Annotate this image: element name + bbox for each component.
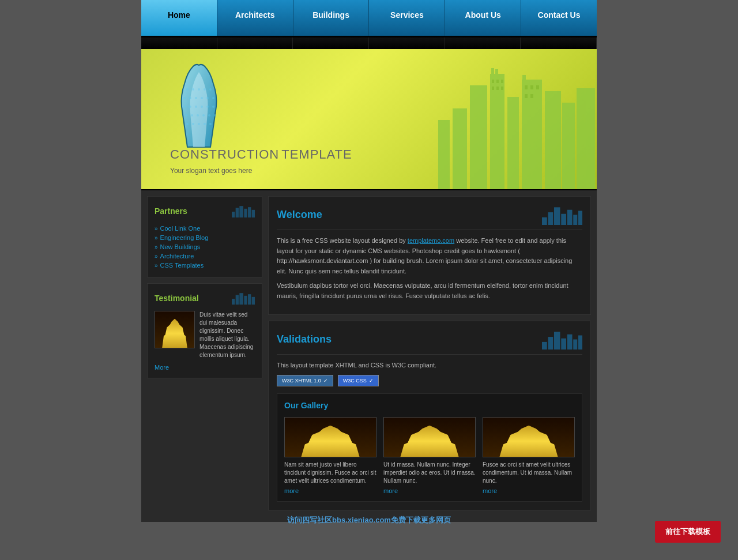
nav-services[interactable]: Services (369, 0, 445, 36)
gallery-item-3: Fusce ac orci sit amet velit ultrices co… (483, 417, 575, 494)
nav-about[interactable]: About Us (445, 0, 521, 36)
w3c-badges: W3C XHTML 1.0 ✓ W3C CSS ✓ (277, 375, 582, 386)
gallery-section: Our Gallery Nam sit amet justo vel liber… (277, 393, 582, 502)
gallery-thumb-2 (383, 417, 476, 457)
svg-point-1 (192, 88, 194, 91)
gallery-caption-1: Nam sit amet justo vel libero tincidunt … (284, 461, 376, 485)
svg-rect-76 (578, 335, 582, 349)
templatemo-link[interactable]: templatemo.com (408, 237, 454, 244)
svg-rect-36 (438, 120, 450, 189)
gallery-thumb-1 (284, 417, 376, 457)
w3c-css-badge: W3C CSS ✓ (338, 375, 379, 386)
svg-point-10 (212, 97, 214, 99)
welcome-title: Welcome (277, 209, 542, 221)
main-content: Welcome This is a f (268, 196, 591, 516)
nav-home[interactable]: Home (141, 0, 217, 36)
partner-link-3[interactable]: New Buildings (155, 242, 255, 251)
svg-point-21 (208, 114, 210, 116)
svg-rect-29 (490, 74, 504, 189)
w3c-xhtml-label: W3C XHTML 1.0 (282, 378, 321, 384)
svg-rect-52 (236, 208, 239, 218)
svg-rect-44 (496, 87, 499, 90)
brand-logo (164, 61, 239, 153)
svg-rect-40 (492, 80, 494, 83)
partner-link-2[interactable]: Engineering Blog (155, 233, 255, 242)
welcome-city-icon (542, 205, 582, 225)
gallery-thumb-3 (483, 417, 575, 457)
partner-link-1[interactable]: Cool Link One (155, 224, 255, 233)
content-area: Partners Cool Link One E (141, 190, 597, 522)
svg-rect-59 (239, 293, 243, 305)
validations-section: Validations This layout templa (268, 321, 591, 511)
gallery-more-1[interactable]: more (284, 487, 376, 494)
svg-rect-46 (525, 85, 528, 89)
welcome-section: Welcome This is a f (268, 196, 591, 315)
svg-rect-75 (573, 339, 577, 349)
partner-link-5[interactable]: CSS Templates (155, 261, 255, 270)
city-silhouette (355, 62, 597, 189)
welcome-header: Welcome (277, 205, 582, 230)
gallery-item-1: Nam sit amet justo vel libero tincidunt … (284, 417, 376, 494)
svg-rect-64 (548, 212, 554, 225)
svg-point-6 (189, 97, 191, 99)
svg-rect-45 (501, 87, 503, 90)
testimonial-box: Testimonial (147, 283, 262, 378)
checkmark-icon: ✓ (323, 378, 328, 384)
svg-rect-51 (232, 212, 235, 217)
w3c-xhtml-badge: W3C XHTML 1.0 ✓ (277, 375, 333, 386)
svg-rect-69 (578, 211, 582, 225)
svg-point-3 (204, 88, 206, 91)
gallery-more-2[interactable]: more (383, 487, 476, 494)
testimonial-title: Testimonial (155, 291, 255, 305)
svg-rect-58 (236, 295, 239, 305)
svg-point-19 (197, 114, 199, 116)
svg-rect-74 (567, 334, 573, 349)
download-button[interactable]: 前往下载模板 (655, 521, 721, 522)
svg-rect-49 (525, 94, 528, 98)
svg-point-0 (186, 88, 189, 91)
svg-point-8 (201, 97, 203, 99)
nav-contact[interactable]: Contact Us (521, 0, 597, 36)
svg-rect-37 (491, 68, 494, 77)
svg-rect-42 (501, 80, 503, 83)
w3c-css-label: W3C CSS (343, 378, 367, 384)
banner-headline: CONSTRUCTIONTEMPLATE (170, 142, 352, 163)
gallery-caption-3: Fusce ac orci sit amet velit ultrices co… (483, 461, 575, 485)
svg-point-13 (195, 106, 197, 108)
testimonial-more-link[interactable]: More (155, 364, 255, 371)
svg-rect-66 (561, 214, 566, 225)
testimonial-content: Duis vitae velit sed dui malesuada digni… (155, 311, 255, 359)
sidebar: Partners Cool Link One E (147, 196, 262, 516)
svg-rect-57 (232, 299, 235, 305)
svg-point-26 (204, 123, 206, 125)
nav-buildings[interactable]: Buildings (293, 0, 370, 36)
svg-rect-39 (522, 75, 526, 82)
svg-rect-33 (562, 103, 575, 189)
svg-rect-34 (577, 88, 595, 189)
validations-city-icon (542, 329, 582, 349)
validations-title: Validations (277, 333, 542, 345)
svg-rect-56 (252, 210, 255, 217)
svg-point-12 (189, 106, 191, 108)
gallery-item-2: Ut id massa. Nullam nunc. Integer imperd… (383, 417, 476, 494)
partners-title: Partners (155, 204, 255, 218)
svg-point-18 (191, 114, 193, 116)
svg-point-7 (195, 97, 197, 99)
svg-point-9 (206, 97, 209, 99)
svg-rect-30 (507, 97, 519, 189)
svg-point-11 (183, 106, 186, 108)
gallery-more-3[interactable]: more (483, 487, 575, 494)
svg-point-2 (198, 88, 200, 91)
svg-point-27 (209, 123, 212, 125)
checkmark-css-icon: ✓ (369, 378, 374, 384)
partner-link-4[interactable]: Architecture (155, 251, 255, 261)
partners-box: Partners Cool Link One E (147, 196, 262, 277)
nav-architects[interactable]: Architects (217, 0, 293, 36)
svg-rect-47 (530, 85, 533, 89)
page-wrapper: Home Architects Buildings Services About… (141, 0, 597, 522)
svg-rect-71 (548, 337, 554, 349)
validations-text: This layout template XHTML and CSS is W3… (277, 360, 582, 371)
svg-rect-35 (453, 108, 467, 189)
hero-banner: CONSTRUCTIONTEMPLATE Your slogan text go… (141, 49, 597, 190)
svg-point-23 (186, 123, 189, 125)
